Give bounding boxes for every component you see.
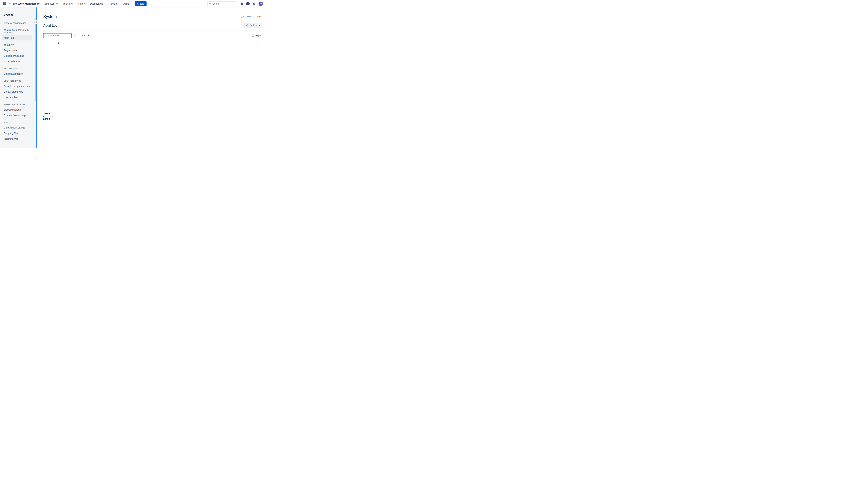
top-navbar: Jira Work Management Your workProjectsFi… bbox=[0, 0, 266, 7]
sidebar-nav: General configurationTROUBLESHOOTING AND… bbox=[2, 20, 32, 141]
chevron-down-icon bbox=[130, 3, 131, 4]
sidebar-item-look-and-feel[interactable]: Look and feel bbox=[2, 95, 32, 100]
sidebar-collapse-button[interactable] bbox=[35, 20, 39, 24]
search-jira-admin-link[interactable]: Search Jira admin bbox=[240, 15, 262, 18]
sidebar-item-issue-collectors[interactable]: Issue collectors bbox=[2, 59, 32, 64]
pagination: Prev 12345 Next bbox=[50, 42, 266, 148]
sidebar-item-global-permissions[interactable]: Global permissions bbox=[2, 53, 32, 58]
bell-icon bbox=[240, 2, 243, 5]
notifications-button[interactable] bbox=[240, 2, 243, 5]
sidebar-item-default-dashboard[interactable]: Default dashboard bbox=[2, 89, 32, 94]
nav-item-label: Projects bbox=[62, 2, 70, 5]
search-icon bbox=[74, 34, 76, 37]
app-grid-icon bbox=[3, 2, 5, 5]
pagination-page-1[interactable]: 1 bbox=[58, 42, 266, 148]
help-button[interactable]: ? bbox=[246, 2, 250, 5]
jira-admin-page: Jira Work Management Your workProjectsFi… bbox=[0, 0, 266, 148]
settings-button[interactable] bbox=[252, 2, 256, 5]
chevron-down-icon bbox=[84, 3, 86, 4]
chevron-down-icon bbox=[118, 3, 120, 4]
time-filter[interactable]: Time: All bbox=[80, 34, 89, 37]
sidebar-section-header-import-and-export: IMPORT AND EXPORT bbox=[2, 103, 32, 106]
global-search-input[interactable] bbox=[212, 2, 235, 5]
filter-bar: Time: All Export bbox=[43, 33, 262, 38]
sidebar-item-outgoing-mail[interactable]: Outgoing Mail bbox=[2, 131, 32, 136]
section-title: Audit Log bbox=[43, 23, 58, 28]
create-button[interactable]: Create bbox=[135, 1, 146, 6]
sidebar-scrollbar-thumb[interactable] bbox=[35, 18, 36, 101]
contains-text-input[interactable] bbox=[43, 33, 72, 38]
product-logo[interactable]: Jira Work Management bbox=[8, 2, 40, 5]
jira-logo-icon bbox=[8, 2, 12, 5]
actions-button[interactable]: Actions bbox=[244, 23, 262, 28]
sidebar-item-backup-manager[interactable]: Backup manager bbox=[2, 107, 32, 112]
filter-search-button[interactable] bbox=[74, 34, 76, 37]
actions-label: Actions bbox=[250, 24, 258, 27]
nav-item-label: Dashboards bbox=[90, 2, 103, 5]
search-icon bbox=[209, 2, 211, 5]
sidebar-section-header-troubleshooting-and-support: TROUBLESHOOTING AND SUPPORT bbox=[2, 29, 32, 34]
nav-item-label: People bbox=[109, 2, 117, 5]
results-range: 1–100 bbox=[43, 112, 50, 115]
nav-item-filters[interactable]: Filters bbox=[75, 1, 88, 6]
help-icon: ? bbox=[246, 2, 250, 5]
sidebar-item-general-configuration[interactable]: General configuration bbox=[2, 20, 32, 25]
results-bar: 1–100 of 28408 Prev 12345 Next bbox=[43, 42, 262, 148]
export-download-icon bbox=[252, 34, 254, 37]
sidebar-item-global-automation[interactable]: Global automation bbox=[2, 71, 32, 76]
nav-item-apps[interactable]: Apps bbox=[122, 1, 133, 6]
admin-sidebar: System General configurationTROUBLESHOOT… bbox=[0, 7, 37, 148]
sidebar-section-header-security: SECURITY bbox=[2, 44, 32, 47]
app-switcher-button[interactable] bbox=[2, 1, 7, 6]
main-content: System Search Jira admin Audit Log Actio… bbox=[37, 7, 266, 148]
chevron-left-icon bbox=[36, 21, 37, 23]
nav-item-label: Filters bbox=[77, 2, 83, 5]
sidebar-item-project-roles[interactable]: Project roles bbox=[2, 48, 32, 53]
sidebar-section-header-automation: AUTOMATION bbox=[2, 67, 32, 70]
global-search[interactable] bbox=[207, 1, 237, 6]
user-avatar[interactable]: JR bbox=[259, 1, 263, 6]
primary-nav: Your workProjectsFiltersDashboardsPeople… bbox=[43, 1, 133, 6]
sidebar-item-external-system-import[interactable]: External System Import bbox=[2, 113, 32, 118]
chevron-down-icon bbox=[104, 3, 105, 4]
page-title: System bbox=[43, 14, 57, 19]
sidebar-item-incoming-mail[interactable]: Incoming Mail bbox=[2, 136, 32, 141]
nav-item-projects[interactable]: Projects bbox=[60, 1, 75, 6]
chevron-down-icon bbox=[259, 25, 260, 26]
navbar-right: ? JR bbox=[207, 1, 263, 6]
section-divider bbox=[43, 30, 262, 31]
results-count: 1–100 of 28408 bbox=[43, 112, 50, 120]
sidebar-item-audit-log[interactable]: Audit Log bbox=[2, 35, 32, 40]
sidebar-section-header-user-interface: USER INTERFACE bbox=[2, 80, 32, 82]
chevron-down-icon bbox=[56, 3, 58, 4]
nav-item-dashboards[interactable]: Dashboards bbox=[88, 1, 107, 6]
search-jira-admin-label: Search Jira admin bbox=[243, 15, 262, 18]
sidebar-item-global-mail-settings[interactable]: Global Mail Settings bbox=[2, 125, 32, 130]
sidebar-item-default-user-preferences[interactable]: Default user preferences bbox=[2, 84, 32, 89]
product-name: Jira Work Management bbox=[13, 2, 40, 5]
export-button[interactable]: Export bbox=[252, 34, 262, 37]
results-of: of bbox=[43, 115, 45, 118]
gear-icon bbox=[246, 24, 248, 27]
export-label: Export bbox=[255, 34, 262, 37]
gear-icon bbox=[252, 2, 256, 5]
nav-item-label: Your work bbox=[45, 2, 55, 5]
sidebar-title: System bbox=[2, 13, 32, 16]
pagination-pages: 12345 bbox=[58, 42, 266, 148]
nav-item-people[interactable]: People bbox=[108, 1, 121, 6]
chevron-down-icon bbox=[71, 3, 73, 4]
pagination-prev[interactable]: Prev bbox=[50, 115, 55, 118]
sidebar-section-header-mail: MAIL bbox=[2, 121, 32, 124]
search-icon bbox=[240, 15, 242, 18]
nav-item-label: Apps bbox=[123, 2, 129, 5]
nav-item-your-work[interactable]: Your work bbox=[43, 1, 59, 6]
results-total: 28408 bbox=[43, 118, 50, 120]
